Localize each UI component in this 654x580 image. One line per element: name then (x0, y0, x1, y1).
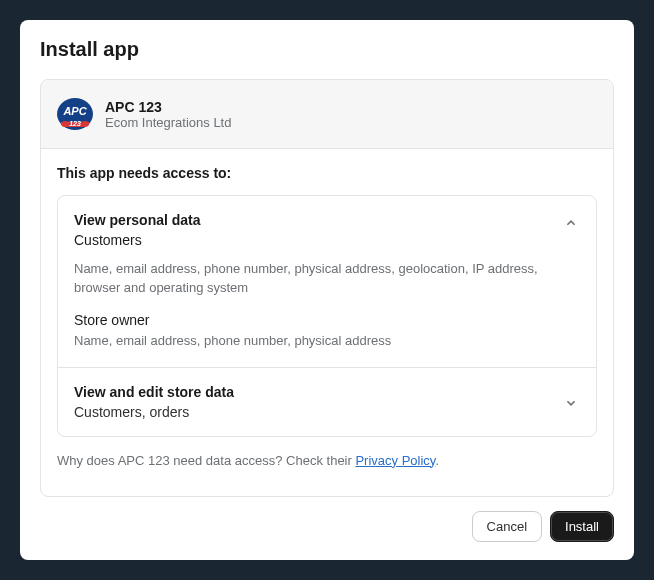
app-vendor: Ecom Integrations Ltd (105, 115, 231, 130)
chevron-up-icon (562, 214, 580, 232)
permission-desc: Name, email address, phone number, physi… (74, 260, 580, 298)
install-app-modal: Install app APC 123 APC 123 Ecom Integra… (20, 20, 634, 560)
permission-summary: Customers, orders (74, 404, 234, 420)
privacy-prefix: Why does APC 123 need data access? Check… (57, 453, 355, 468)
install-button[interactable]: Install (550, 511, 614, 542)
card-body: This app needs access to: View personal … (41, 149, 613, 496)
permission-group-name: Customers (74, 232, 201, 248)
privacy-note: Why does APC 123 need data access? Check… (57, 453, 597, 468)
permission-group-name: Store owner (74, 312, 580, 328)
permission-title: View and edit store data (74, 384, 234, 400)
permission-toggle-store[interactable]: View and edit store data Customers, orde… (58, 368, 596, 436)
app-logo-icon: APC 123 (57, 96, 93, 132)
permission-store-data: View and edit store data Customers, orde… (58, 368, 596, 436)
permission-toggle-personal[interactable]: View personal data Customers (58, 196, 596, 260)
permission-details: Name, email address, phone number, physi… (58, 260, 596, 367)
permission-personal-data: View personal data Customers Name, email… (58, 196, 596, 368)
app-header: APC 123 APC 123 Ecom Integrations Ltd (41, 80, 613, 149)
modal-title: Install app (40, 38, 614, 61)
app-card: APC 123 APC 123 Ecom Integrations Ltd Th… (40, 79, 614, 497)
app-info: APC 123 Ecom Integrations Ltd (105, 99, 231, 130)
cancel-button[interactable]: Cancel (472, 511, 542, 542)
chevron-down-icon (562, 394, 580, 412)
modal-footer: Cancel Install (40, 497, 614, 542)
permission-title: View personal data (74, 212, 201, 228)
access-heading: This app needs access to: (57, 165, 597, 181)
permission-subgroup: Name, email address, phone number, physi… (74, 260, 580, 298)
permissions-list: View personal data Customers Name, email… (57, 195, 597, 437)
privacy-policy-link[interactable]: Privacy Policy (355, 453, 435, 468)
privacy-suffix: . (435, 453, 439, 468)
svg-text:APC: APC (62, 105, 87, 117)
permission-desc: Name, email address, phone number, physi… (74, 332, 580, 351)
svg-text:123: 123 (69, 120, 81, 127)
permission-subgroup: Store owner Name, email address, phone n… (74, 312, 580, 351)
app-name: APC 123 (105, 99, 231, 115)
